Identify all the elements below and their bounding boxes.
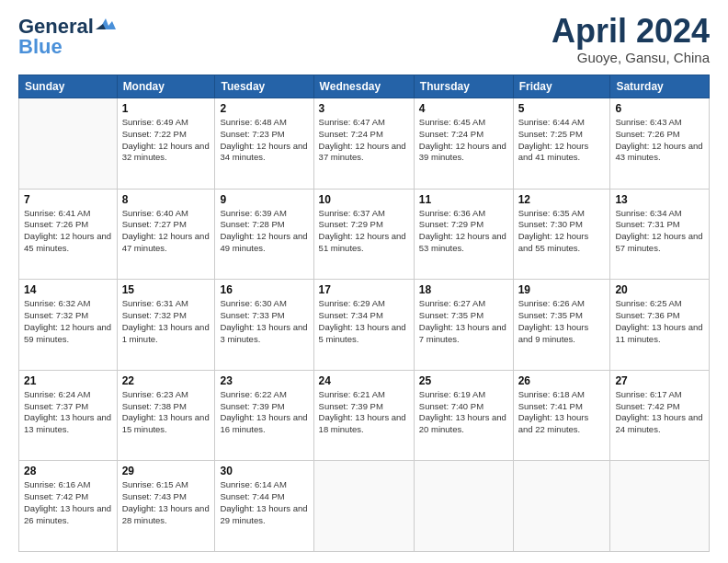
title-block: April 2024 Guoye, Gansu, China <box>552 15 710 65</box>
calendar-cell: 12 Sunrise: 6:35 AMSunset: 7:30 PMDaylig… <box>513 189 610 280</box>
day-info: Sunrise: 6:47 AMSunset: 7:24 PMDaylight:… <box>319 117 409 164</box>
day-info: Sunrise: 6:40 AMSunset: 7:27 PMDaylight:… <box>122 208 210 255</box>
day-info: Sunrise: 6:16 AMSunset: 7:42 PMDaylight:… <box>24 479 112 526</box>
day-info: Sunrise: 6:48 AMSunset: 7:23 PMDaylight:… <box>220 117 308 164</box>
day-number: 17 <box>319 283 409 296</box>
calendar-cell: 3 Sunrise: 6:47 AMSunset: 7:24 PMDayligh… <box>313 98 414 190</box>
calendar-cell <box>513 461 610 552</box>
day-info: Sunrise: 6:43 AMSunset: 7:26 PMDaylight:… <box>615 117 704 164</box>
day-info: Sunrise: 6:26 AMSunset: 7:35 PMDaylight:… <box>518 298 606 345</box>
week-row-3: 14 Sunrise: 6:32 AMSunset: 7:32 PMDaylig… <box>19 280 710 371</box>
day-info: Sunrise: 6:30 AMSunset: 7:33 PMDaylight:… <box>220 298 308 345</box>
day-number: 29 <box>122 465 210 477</box>
page: General Blue April 2024 Guoye, Gansu, Ch… <box>0 0 728 563</box>
day-number: 8 <box>122 193 210 206</box>
week-row-1: 1 Sunrise: 6:49 AMSunset: 7:22 PMDayligh… <box>19 98 710 190</box>
day-info: Sunrise: 6:17 AMSunset: 7:42 PMDaylight:… <box>615 389 704 436</box>
day-info: Sunrise: 6:29 AMSunset: 7:34 PMDaylight:… <box>319 298 409 345</box>
logo-blue: Blue <box>18 35 63 59</box>
day-number: 27 <box>615 374 704 387</box>
day-number: 12 <box>518 193 606 206</box>
day-number: 4 <box>419 102 508 115</box>
calendar-cell: 2 Sunrise: 6:48 AMSunset: 7:23 PMDayligh… <box>215 98 313 190</box>
weekday-header-sunday: Sunday <box>19 75 118 98</box>
day-number: 9 <box>220 193 308 206</box>
calendar-cell: 22 Sunrise: 6:23 AMSunset: 7:38 PMDaylig… <box>117 370 215 461</box>
calendar-cell: 5 Sunrise: 6:44 AMSunset: 7:25 PMDayligh… <box>513 98 610 190</box>
calendar-cell: 8 Sunrise: 6:40 AMSunset: 7:27 PMDayligh… <box>117 189 215 280</box>
calendar-cell: 13 Sunrise: 6:34 AMSunset: 7:31 PMDaylig… <box>610 189 710 280</box>
day-number: 16 <box>220 283 308 296</box>
day-info: Sunrise: 6:36 AMSunset: 7:29 PMDaylight:… <box>419 208 508 255</box>
calendar-cell: 21 Sunrise: 6:24 AMSunset: 7:37 PMDaylig… <box>19 370 118 461</box>
calendar-cell: 25 Sunrise: 6:19 AMSunset: 7:40 PMDaylig… <box>414 370 513 461</box>
day-info: Sunrise: 6:49 AMSunset: 7:22 PMDaylight:… <box>122 117 210 164</box>
day-info: Sunrise: 6:22 AMSunset: 7:39 PMDaylight:… <box>220 389 308 436</box>
calendar-cell <box>19 98 118 190</box>
day-info: Sunrise: 6:25 AMSunset: 7:36 PMDaylight:… <box>615 298 704 345</box>
week-row-5: 28 Sunrise: 6:16 AMSunset: 7:42 PMDaylig… <box>19 461 710 552</box>
day-info: Sunrise: 6:14 AMSunset: 7:44 PMDaylight:… <box>220 479 308 526</box>
day-number: 2 <box>220 102 308 115</box>
calendar-cell <box>610 461 710 552</box>
calendar-cell: 16 Sunrise: 6:30 AMSunset: 7:33 PMDaylig… <box>215 280 313 371</box>
calendar-cell: 14 Sunrise: 6:32 AMSunset: 7:32 PMDaylig… <box>19 280 118 371</box>
logo: General Blue <box>18 15 116 59</box>
day-info: Sunrise: 6:32 AMSunset: 7:32 PMDaylight:… <box>24 298 112 345</box>
day-info: Sunrise: 6:31 AMSunset: 7:32 PMDaylight:… <box>122 298 210 345</box>
day-number: 18 <box>419 283 508 296</box>
calendar-cell: 28 Sunrise: 6:16 AMSunset: 7:42 PMDaylig… <box>19 461 118 552</box>
calendar-cell: 29 Sunrise: 6:15 AMSunset: 7:43 PMDaylig… <box>117 461 215 552</box>
calendar-cell: 18 Sunrise: 6:27 AMSunset: 7:35 PMDaylig… <box>414 280 513 371</box>
day-info: Sunrise: 6:37 AMSunset: 7:29 PMDaylight:… <box>319 208 409 255</box>
day-number: 14 <box>24 283 112 296</box>
calendar-cell: 24 Sunrise: 6:21 AMSunset: 7:39 PMDaylig… <box>313 370 414 461</box>
calendar-cell: 7 Sunrise: 6:41 AMSunset: 7:26 PMDayligh… <box>19 189 118 280</box>
calendar-cell <box>414 461 513 552</box>
day-number: 23 <box>220 374 308 387</box>
day-number: 20 <box>615 283 704 296</box>
day-number: 28 <box>24 465 112 477</box>
day-number: 5 <box>518 102 606 115</box>
day-info: Sunrise: 6:35 AMSunset: 7:30 PMDaylight:… <box>518 208 606 255</box>
calendar-cell: 9 Sunrise: 6:39 AMSunset: 7:28 PMDayligh… <box>215 189 313 280</box>
day-number: 22 <box>122 374 210 387</box>
calendar-cell: 4 Sunrise: 6:45 AMSunset: 7:24 PMDayligh… <box>414 98 513 190</box>
day-info: Sunrise: 6:41 AMSunset: 7:26 PMDaylight:… <box>24 208 112 255</box>
day-info: Sunrise: 6:23 AMSunset: 7:38 PMDaylight:… <box>122 389 210 436</box>
day-info: Sunrise: 6:15 AMSunset: 7:43 PMDaylight:… <box>122 479 210 526</box>
weekday-header-tuesday: Tuesday <box>215 75 313 98</box>
week-row-2: 7 Sunrise: 6:41 AMSunset: 7:26 PMDayligh… <box>19 189 710 280</box>
day-number: 11 <box>419 193 508 206</box>
day-number: 6 <box>615 102 704 115</box>
weekday-header-thursday: Thursday <box>414 75 513 98</box>
week-row-4: 21 Sunrise: 6:24 AMSunset: 7:37 PMDaylig… <box>19 370 710 461</box>
calendar-cell: 10 Sunrise: 6:37 AMSunset: 7:29 PMDaylig… <box>313 189 414 280</box>
calendar-cell: 15 Sunrise: 6:31 AMSunset: 7:32 PMDaylig… <box>117 280 215 371</box>
title-location: Guoye, Gansu, China <box>552 50 710 65</box>
calendar-cell: 30 Sunrise: 6:14 AMSunset: 7:44 PMDaylig… <box>215 461 313 552</box>
day-info: Sunrise: 6:45 AMSunset: 7:24 PMDaylight:… <box>419 117 508 164</box>
weekday-header-row: SundayMondayTuesdayWednesdayThursdayFrid… <box>19 75 710 98</box>
day-number: 24 <box>319 374 409 387</box>
day-number: 15 <box>122 283 210 296</box>
day-number: 30 <box>220 465 308 477</box>
calendar-cell: 19 Sunrise: 6:26 AMSunset: 7:35 PMDaylig… <box>513 280 610 371</box>
day-number: 10 <box>319 193 409 206</box>
day-info: Sunrise: 6:44 AMSunset: 7:25 PMDaylight:… <box>518 117 606 164</box>
calendar-cell: 23 Sunrise: 6:22 AMSunset: 7:39 PMDaylig… <box>215 370 313 461</box>
weekday-header-friday: Friday <box>513 75 610 98</box>
day-info: Sunrise: 6:21 AMSunset: 7:39 PMDaylight:… <box>319 389 409 436</box>
weekday-header-monday: Monday <box>117 75 215 98</box>
calendar-cell: 20 Sunrise: 6:25 AMSunset: 7:36 PMDaylig… <box>610 280 710 371</box>
day-number: 7 <box>24 193 112 206</box>
day-info: Sunrise: 6:18 AMSunset: 7:41 PMDaylight:… <box>518 389 606 436</box>
logo-bird-icon <box>96 17 116 33</box>
calendar-table: SundayMondayTuesdayWednesdayThursdayFrid… <box>18 75 710 552</box>
day-info: Sunrise: 6:19 AMSunset: 7:40 PMDaylight:… <box>419 389 508 436</box>
weekday-header-saturday: Saturday <box>610 75 710 98</box>
calendar-cell: 11 Sunrise: 6:36 AMSunset: 7:29 PMDaylig… <box>414 189 513 280</box>
calendar-cell: 1 Sunrise: 6:49 AMSunset: 7:22 PMDayligh… <box>117 98 215 190</box>
day-number: 25 <box>419 374 508 387</box>
header: General Blue April 2024 Guoye, Gansu, Ch… <box>18 15 710 65</box>
